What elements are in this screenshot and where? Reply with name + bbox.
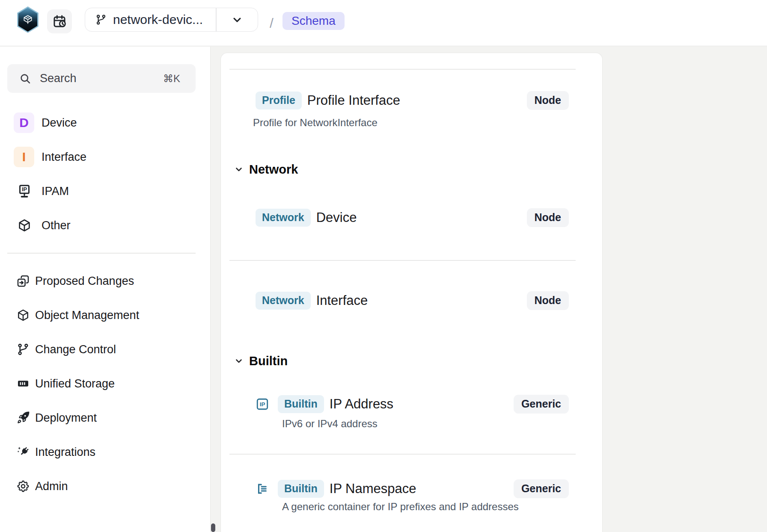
section-header-network[interactable]: Network [234,161,298,178]
schema-list-panel: Profile Profile Interface Node Profile f… [220,53,603,532]
schema-row-profile-interface[interactable]: Profile Profile Interface Node [256,91,569,110]
kind-badge: Node [527,208,569,227]
branch-name: network-devic... [113,12,203,27]
svg-text:IP: IP [260,401,265,408]
sidebar-item-label: Unified Storage [35,377,115,390]
gear-icon [15,476,31,497]
sidebar: Search ⌘K D Device I Interface IP IPAM [0,47,211,532]
ip-namespace-icon [256,482,269,496]
sidebar-item-label: Deployment [35,411,97,425]
branch-dropdown-toggle[interactable] [217,14,258,26]
sidebar-divider [7,253,196,254]
namespace-badge: Builtin [278,395,324,413]
storage-icon [15,373,31,394]
schema-row-title: Profile Interface [307,93,400,108]
row-divider [229,454,576,455]
sidebar-item-device[interactable]: D Device [0,112,211,133]
schema-row-description: IPv6 or IPv4 address [282,418,378,430]
sidebar-item-change-control[interactable]: Change Control [0,339,211,360]
sidebar-item-label: Object Management [35,309,139,322]
chevron-down-icon [231,14,243,26]
search-icon [19,73,31,85]
scrollbar-thumb[interactable] [211,523,215,532]
schema-row-description: Profile for NetworkInterface [253,117,378,129]
proposed-changes-icon [15,271,31,291]
sidebar-item-label: Integrations [35,446,95,459]
sidebar-item-object-management[interactable]: Object Management [0,305,211,325]
kind-badge: Generic [514,479,569,498]
git-branch-icon [95,14,107,26]
sidebar-item-label: Change Control [35,343,116,356]
rocket-icon [15,408,31,428]
svg-text:IP: IP [22,186,27,192]
chevron-down-icon [234,164,244,174]
branch-selector-current[interactable]: network-devic... [85,8,216,31]
cube-icon [16,215,33,236]
namespace-badge: Network [256,292,311,310]
cube-icon [15,305,31,325]
sidebar-item-label: Admin [35,480,68,493]
breadcrumb-schema-link[interactable]: Schema [282,12,345,30]
search-shortcut: ⌘K [163,73,180,85]
sidebar-item-label: Proposed Changes [35,275,134,288]
sidebar-item-admin[interactable]: Admin [0,476,211,497]
row-divider [229,69,576,70]
schema-row-device[interactable]: Network Device Node [256,208,569,227]
schema-row-title: Interface [316,293,368,308]
sidebar-item-integrations[interactable]: Integrations [0,442,211,462]
search-input[interactable]: Search ⌘K [7,64,196,93]
sidebar-item-other[interactable]: Other [0,215,211,236]
sidebar-item-label: Other [42,219,71,232]
sidebar-item-label: Interface [42,151,86,164]
logo-cube-icon [22,14,33,25]
calendar-clock-icon [52,14,67,29]
row-divider [229,260,576,261]
breadcrumb-separator: / [270,0,274,46]
interface-letter-icon: I [14,147,34,167]
search-placeholder: Search [40,72,77,85]
date-time-selector-button[interactable] [47,9,72,33]
schema-row-description: A generic container for IP prefixes and … [282,501,519,513]
ipam-monitor-icon: IP [16,181,33,201]
app-logo-hexagon [18,8,38,32]
section-label: Builtin [249,354,288,368]
app-window: network-devic... / Schema Search ⌘K D De… [0,0,767,532]
namespace-badge: Profile [256,92,302,109]
git-branch-icon [15,339,31,360]
schema-row-ip-address[interactable]: IP Builtin IP Address Generic [256,395,569,414]
schema-row-ip-namespace[interactable]: Builtin IP Namespace Generic [256,479,569,498]
sidebar-item-ipam[interactable]: IP IPAM [0,181,211,201]
section-header-builtin[interactable]: Builtin [234,352,288,369]
top-header: network-devic... / Schema [0,0,767,46]
kind-badge: Node [527,91,569,110]
namespace-badge: Network [256,209,311,227]
ip-address-icon: IP [256,397,269,411]
app-logo[interactable] [16,6,39,33]
plug-icon [15,442,31,462]
namespace-badge: Builtin [278,480,324,498]
schema-row-title: IP Namespace [330,481,416,497]
device-letter-icon: D [14,112,34,133]
kind-badge: Node [527,291,569,310]
sidebar-item-unified-storage[interactable]: Unified Storage [0,373,211,394]
schema-row-interface[interactable]: Network Interface Node [256,291,569,310]
chevron-down-icon [234,356,244,366]
section-label: Network [249,163,298,177]
sidebar-item-label: Device [42,116,77,130]
sidebar-item-label: IPAM [42,185,69,198]
sidebar-item-deployment[interactable]: Deployment [0,408,211,428]
branch-selector[interactable]: network-devic... [85,8,258,32]
schema-row-title: IP Address [330,396,393,412]
schema-row-title: Device [316,210,357,225]
kind-badge: Generic [514,395,569,414]
sidebar-item-proposed-changes[interactable]: Proposed Changes [0,271,211,291]
sidebar-item-interface[interactable]: I Interface [0,147,211,167]
